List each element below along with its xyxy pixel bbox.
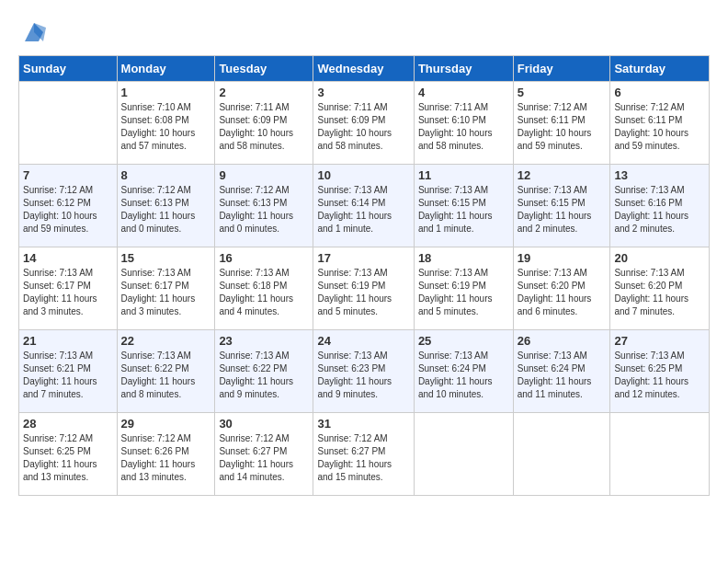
- day-number: 12: [518, 168, 607, 182]
- day-number: 9: [219, 168, 309, 182]
- day-number: 7: [23, 168, 113, 182]
- calendar-cell: 9Sunrise: 7:12 AM Sunset: 6:13 PM Daylig…: [215, 165, 313, 247]
- day-number: 15: [121, 251, 211, 265]
- calendar-cell: 7Sunrise: 7:12 AM Sunset: 6:12 PM Daylig…: [19, 165, 118, 247]
- calendar-cell: 29Sunrise: 7:12 AM Sunset: 6:26 PM Dayli…: [117, 413, 215, 496]
- calendar-cell: 18Sunrise: 7:13 AM Sunset: 6:19 PM Dayli…: [414, 247, 513, 330]
- calendar-cell: 3Sunrise: 7:11 AM Sunset: 6:09 PM Daylig…: [313, 82, 414, 165]
- day-number: 6: [614, 86, 705, 99]
- day-info: Sunrise: 7:13 AM Sunset: 6:20 PM Dayligh…: [614, 267, 705, 318]
- day-info: Sunrise: 7:12 AM Sunset: 6:27 PM Dayligh…: [219, 432, 309, 484]
- day-number: 2: [219, 86, 309, 99]
- page-header: [18, 18, 710, 46]
- calendar-week-row: 14Sunrise: 7:13 AM Sunset: 6:17 PM Dayli…: [19, 247, 710, 330]
- day-info: Sunrise: 7:13 AM Sunset: 6:17 PM Dayligh…: [23, 267, 113, 318]
- calendar-cell: 26Sunrise: 7:13 AM Sunset: 6:24 PM Dayli…: [513, 330, 610, 413]
- calendar-cell: 25Sunrise: 7:13 AM Sunset: 6:24 PM Dayli…: [414, 330, 513, 413]
- calendar-cell: 28Sunrise: 7:12 AM Sunset: 6:25 PM Dayli…: [19, 413, 118, 496]
- calendar-cell: 22Sunrise: 7:13 AM Sunset: 6:22 PM Dayli…: [117, 330, 215, 413]
- day-number: 5: [518, 86, 607, 99]
- day-info: Sunrise: 7:12 AM Sunset: 6:13 PM Dayligh…: [219, 184, 309, 236]
- calendar-cell: 10Sunrise: 7:13 AM Sunset: 6:14 PM Dayli…: [313, 165, 414, 247]
- day-info: Sunrise: 7:13 AM Sunset: 6:21 PM Dayligh…: [23, 350, 113, 401]
- calendar-cell: 20Sunrise: 7:13 AM Sunset: 6:20 PM Dayli…: [610, 247, 710, 330]
- day-number: 16: [219, 251, 309, 265]
- calendar-cell: 4Sunrise: 7:11 AM Sunset: 6:10 PM Daylig…: [414, 82, 513, 165]
- day-info: Sunrise: 7:13 AM Sunset: 6:17 PM Dayligh…: [121, 267, 211, 318]
- day-info: Sunrise: 7:12 AM Sunset: 6:26 PM Dayligh…: [121, 432, 211, 484]
- day-header-sunday: Sunday: [19, 56, 118, 82]
- day-header-monday: Monday: [117, 56, 215, 82]
- calendar-cell: 31Sunrise: 7:12 AM Sunset: 6:27 PM Dayli…: [313, 413, 414, 496]
- day-info: Sunrise: 7:13 AM Sunset: 6:19 PM Dayligh…: [418, 267, 509, 318]
- day-number: 25: [418, 334, 509, 348]
- calendar-cell: 6Sunrise: 7:12 AM Sunset: 6:11 PM Daylig…: [610, 82, 710, 165]
- day-number: 3: [317, 86, 409, 99]
- day-info: Sunrise: 7:13 AM Sunset: 6:19 PM Dayligh…: [317, 267, 409, 318]
- day-number: 4: [418, 86, 509, 99]
- day-info: Sunrise: 7:13 AM Sunset: 6:15 PM Dayligh…: [518, 184, 607, 236]
- day-info: Sunrise: 7:13 AM Sunset: 6:22 PM Dayligh…: [219, 350, 309, 401]
- calendar-cell: [610, 413, 710, 496]
- day-info: Sunrise: 7:13 AM Sunset: 6:22 PM Dayligh…: [121, 350, 211, 401]
- calendar-cell: 2Sunrise: 7:11 AM Sunset: 6:09 PM Daylig…: [215, 82, 313, 165]
- calendar-cell: [414, 413, 513, 496]
- day-info: Sunrise: 7:11 AM Sunset: 6:10 PM Dayligh…: [418, 101, 509, 153]
- calendar-cell: 30Sunrise: 7:12 AM Sunset: 6:27 PM Dayli…: [215, 413, 313, 496]
- calendar-cell: 13Sunrise: 7:13 AM Sunset: 6:16 PM Dayli…: [610, 165, 710, 247]
- calendar-cell: 23Sunrise: 7:13 AM Sunset: 6:22 PM Dayli…: [215, 330, 313, 413]
- day-info: Sunrise: 7:12 AM Sunset: 6:11 PM Dayligh…: [518, 101, 607, 153]
- day-number: 10: [317, 168, 409, 182]
- day-number: 29: [121, 417, 211, 431]
- day-header-friday: Friday: [513, 56, 610, 82]
- calendar-cell: 24Sunrise: 7:13 AM Sunset: 6:23 PM Dayli…: [313, 330, 414, 413]
- calendar-cell: [513, 413, 610, 496]
- calendar-table: SundayMondayTuesdayWednesdayThursdayFrid…: [18, 55, 710, 496]
- day-number: 31: [317, 417, 409, 431]
- calendar-cell: 14Sunrise: 7:13 AM Sunset: 6:17 PM Dayli…: [19, 247, 118, 330]
- day-info: Sunrise: 7:12 AM Sunset: 6:13 PM Dayligh…: [121, 184, 211, 236]
- calendar-week-row: 1Sunrise: 7:10 AM Sunset: 6:08 PM Daylig…: [19, 82, 710, 165]
- calendar-cell: 16Sunrise: 7:13 AM Sunset: 6:18 PM Dayli…: [215, 247, 313, 330]
- calendar-cell: 8Sunrise: 7:12 AM Sunset: 6:13 PM Daylig…: [117, 165, 215, 247]
- day-header-saturday: Saturday: [610, 56, 710, 82]
- day-number: 1: [121, 86, 211, 99]
- day-number: 27: [614, 334, 705, 348]
- day-number: 30: [219, 417, 309, 431]
- calendar-cell: 1Sunrise: 7:10 AM Sunset: 6:08 PM Daylig…: [117, 82, 215, 165]
- day-number: 28: [23, 417, 113, 431]
- calendar-cell: 21Sunrise: 7:13 AM Sunset: 6:21 PM Dayli…: [19, 330, 118, 413]
- day-info: Sunrise: 7:11 AM Sunset: 6:09 PM Dayligh…: [317, 101, 409, 153]
- day-info: Sunrise: 7:11 AM Sunset: 6:09 PM Dayligh…: [219, 101, 309, 153]
- day-number: 23: [219, 334, 309, 348]
- day-info: Sunrise: 7:12 AM Sunset: 6:27 PM Dayligh…: [317, 432, 409, 484]
- day-info: Sunrise: 7:13 AM Sunset: 6:23 PM Dayligh…: [317, 350, 409, 401]
- day-number: 24: [317, 334, 409, 348]
- calendar-cell: 27Sunrise: 7:13 AM Sunset: 6:25 PM Dayli…: [610, 330, 710, 413]
- day-number: 18: [418, 251, 509, 265]
- day-info: Sunrise: 7:13 AM Sunset: 6:18 PM Dayligh…: [219, 267, 309, 318]
- day-number: 14: [23, 251, 113, 265]
- day-info: Sunrise: 7:13 AM Sunset: 6:24 PM Dayligh…: [418, 350, 509, 401]
- day-info: Sunrise: 7:12 AM Sunset: 6:25 PM Dayligh…: [23, 432, 113, 484]
- calendar-cell: 11Sunrise: 7:13 AM Sunset: 6:15 PM Dayli…: [414, 165, 513, 247]
- calendar-cell: [19, 82, 118, 165]
- day-info: Sunrise: 7:13 AM Sunset: 6:25 PM Dayligh…: [614, 350, 705, 401]
- calendar-cell: 19Sunrise: 7:13 AM Sunset: 6:20 PM Dayli…: [513, 247, 610, 330]
- day-info: Sunrise: 7:13 AM Sunset: 6:16 PM Dayligh…: [614, 184, 705, 236]
- calendar-week-row: 21Sunrise: 7:13 AM Sunset: 6:21 PM Dayli…: [19, 330, 710, 413]
- day-info: Sunrise: 7:10 AM Sunset: 6:08 PM Dayligh…: [121, 101, 211, 153]
- day-header-thursday: Thursday: [414, 56, 513, 82]
- day-header-wednesday: Wednesday: [313, 56, 414, 82]
- calendar-week-row: 7Sunrise: 7:12 AM Sunset: 6:12 PM Daylig…: [19, 165, 710, 247]
- day-number: 17: [317, 251, 409, 265]
- day-number: 21: [23, 334, 113, 348]
- day-info: Sunrise: 7:13 AM Sunset: 6:14 PM Dayligh…: [317, 184, 409, 236]
- day-info: Sunrise: 7:12 AM Sunset: 6:12 PM Dayligh…: [23, 184, 113, 236]
- day-info: Sunrise: 7:13 AM Sunset: 6:15 PM Dayligh…: [418, 184, 509, 236]
- day-number: 26: [518, 334, 607, 348]
- day-info: Sunrise: 7:13 AM Sunset: 6:20 PM Dayligh…: [518, 267, 607, 318]
- day-number: 20: [614, 251, 705, 265]
- day-number: 13: [614, 168, 705, 182]
- calendar-header-row: SundayMondayTuesdayWednesdayThursdayFrid…: [19, 56, 710, 82]
